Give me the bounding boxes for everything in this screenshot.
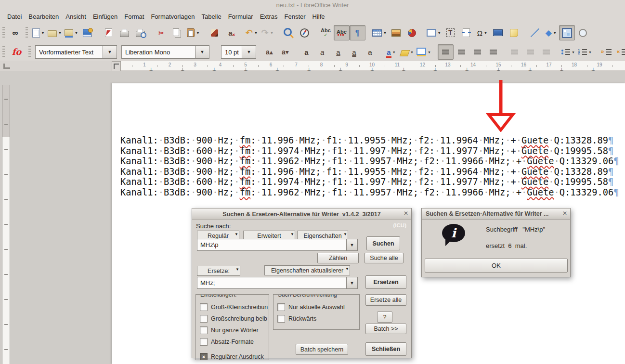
- scope-checkbox[interactable]: [277, 303, 285, 311]
- close-icon[interactable]: ✕: [404, 210, 408, 216]
- auto-spellcheck-icon[interactable]: Abc: [334, 25, 350, 40]
- align-center-icon[interactable]: [454, 44, 469, 60]
- insert-frame-icon[interactable]: ▼: [425, 25, 443, 40]
- toolbar-grip[interactable]: [26, 27, 28, 39]
- chevron-down-icon[interactable]: ▼: [428, 51, 431, 54]
- clear-formatting-icon[interactable]: a: [222, 25, 238, 40]
- replace-button[interactable]: Ersetzen: [365, 275, 406, 289]
- grow-font-icon[interactable]: a▴: [261, 44, 277, 60]
- undo-icon[interactable]: ↶▼: [244, 25, 260, 40]
- chevron-down-icon[interactable]: ▼: [553, 31, 557, 35]
- toolbar-grip[interactable]: [2, 46, 5, 58]
- print-preview-icon[interactable]: [132, 25, 148, 40]
- tab-stop-marker[interactable]: ⊥: [149, 67, 153, 71]
- underline-icon[interactable]: a: [330, 44, 346, 60]
- dialog-titlebar[interactable]: Suchen & Ersetzen-Alternative für Writer…: [192, 208, 411, 220]
- tab-selector-icon[interactable]: [112, 61, 121, 71]
- font-name-combo[interactable]: Liberation Mono ▼: [121, 45, 209, 59]
- save-as-icon[interactable]: [79, 25, 95, 40]
- menu-datei[interactable]: Datei: [4, 12, 25, 21]
- export-pdf-icon[interactable]: [101, 25, 117, 40]
- chevron-down-icon[interactable]: ▼: [346, 239, 357, 250]
- numbered-list-icon[interactable]: ▼: [576, 44, 593, 60]
- tab-stop-marker[interactable]: ⊥: [181, 67, 184, 71]
- double-underline-icon[interactable]: a: [346, 44, 362, 60]
- indent-increase-icon[interactable]: [599, 44, 614, 60]
- formatting-marks-icon[interactable]: ¶: [350, 25, 365, 40]
- setting-checkbox[interactable]: [200, 338, 208, 346]
- tab-stop-marker[interactable]: ⊥: [591, 67, 595, 71]
- font-color-icon[interactable]: a▼: [383, 44, 399, 60]
- chevron-down-icon[interactable]: ▼: [346, 277, 357, 288]
- search-input[interactable]: MHz\p ▼: [197, 239, 358, 251]
- chevron-down-icon[interactable]: ▼: [58, 31, 62, 35]
- paragraph-style-combo[interactable]: Vorformatierter Text ▼: [35, 45, 117, 59]
- chevron-down-icon[interactable]: ▼: [270, 31, 273, 35]
- msgbox-titlebar[interactable]: Suchen & Ersetzen-Alternative für Writer…: [422, 208, 570, 220]
- menu-bearbeiten[interactable]: Bearbeiten: [25, 12, 62, 21]
- setting-checkbox[interactable]: [200, 315, 208, 323]
- altsearch-icon[interactable]: fo: [9, 44, 25, 60]
- replace-dropdown[interactable]: Ersetze:▼: [197, 266, 240, 276]
- menu-format[interactable]: Format: [121, 12, 147, 21]
- menu-formular[interactable]: Formular: [225, 12, 257, 21]
- close-icon[interactable]: ✕: [562, 210, 567, 216]
- tab-stop-marker[interactable]: ⊥: [465, 67, 469, 71]
- chevron-down-icon[interactable]: ▼: [196, 31, 199, 35]
- chevron-down-icon[interactable]: ▼: [383, 31, 387, 35]
- justify-icon[interactable]: [485, 44, 501, 60]
- new-document-icon[interactable]: ▼: [30, 25, 46, 40]
- spelling-icon[interactable]: Abc: [318, 25, 334, 40]
- chevron-down-icon[interactable]: ▼: [254, 31, 258, 35]
- setting-checkbox[interactable]: ×: [200, 353, 208, 360]
- insert-chart-icon[interactable]: [404, 25, 420, 40]
- tab-stop-marker[interactable]: ⊥: [496, 67, 500, 71]
- chevron-down-icon[interactable]: ▼: [484, 31, 487, 35]
- menu-hilfe[interactable]: Hilfe: [309, 12, 328, 21]
- italic-icon[interactable]: a: [314, 44, 330, 60]
- font-size-combo[interactable]: 10 pt ▼: [221, 45, 256, 59]
- align-left-icon[interactable]: [438, 44, 454, 60]
- chevron-down-icon[interactable]: ▼: [103, 46, 117, 58]
- replace-all-button[interactable]: Ersetze alle: [365, 294, 406, 306]
- setting-checkbox[interactable]: [200, 303, 208, 311]
- chevron-down-icon[interactable]: ▼: [242, 46, 256, 58]
- find-replace-icon[interactable]: [281, 25, 297, 40]
- print-icon[interactable]: [117, 25, 132, 40]
- find-toolbar-icon[interactable]: ∞: [7, 25, 23, 40]
- help-button[interactable]: ?: [377, 312, 392, 323]
- insert-image-icon[interactable]: [388, 25, 404, 40]
- tab-stop-marker[interactable]: ⊥: [433, 67, 437, 71]
- special-character-icon[interactable]: Ω▼: [474, 25, 490, 40]
- navigator-icon[interactable]: [297, 25, 312, 40]
- tab-stop-marker[interactable]: ⊥: [244, 67, 247, 71]
- replace-input[interactable]: MHz; ▼: [197, 277, 358, 289]
- insert-textbox-icon[interactable]: T: [443, 25, 458, 40]
- bullet-list-icon[interactable]: ▼: [560, 44, 576, 60]
- search-button[interactable]: Suchen: [366, 236, 400, 250]
- zoom-icon[interactable]: [575, 25, 591, 40]
- toolbar-grip[interactable]: [28, 46, 31, 58]
- batch-button[interactable]: Batch >>: [365, 324, 406, 334]
- tab-stop-marker[interactable]: ⊥: [528, 67, 532, 71]
- tab-stop-marker[interactable]: ⊥: [370, 67, 374, 71]
- batch-save-button[interactable]: Batch speichern: [296, 344, 348, 355]
- titlebar[interactable]: neu.txt - LibreOffice Writer: [0, 0, 625, 11]
- bold-icon[interactable]: a: [299, 44, 314, 60]
- menu-fenster[interactable]: Fenster: [281, 12, 309, 21]
- chevron-down-icon[interactable]: ▼: [195, 46, 209, 58]
- highlight-color-icon[interactable]: ▼: [399, 44, 415, 60]
- basic-shapes-icon[interactable]: ◆▼: [543, 25, 559, 40]
- search-all-button[interactable]: Suche alle: [365, 253, 404, 263]
- update-properties-dropdown[interactable]: Eigenschaften aktualisierer▼: [264, 265, 350, 275]
- cut-icon[interactable]: ✂: [154, 25, 169, 40]
- chevron-down-icon[interactable]: ▼: [572, 51, 575, 54]
- menu-extras[interactable]: Extras: [257, 12, 281, 21]
- chevron-down-icon[interactable]: ▼: [75, 31, 78, 35]
- chevron-down-icon[interactable]: ▼: [410, 51, 414, 54]
- menu-formatvorlagen[interactable]: Formatvorlagen: [147, 12, 198, 21]
- strikethrough-icon[interactable]: a: [362, 44, 378, 60]
- insert-line-icon[interactable]: [527, 25, 543, 40]
- horizontal-ruler[interactable]: 12345678910111213141516171819⊥⊥⊥⊥⊥⊥⊥⊥⊥⊥⊥…: [0, 61, 625, 71]
- toolbar-grip[interactable]: [2, 27, 5, 39]
